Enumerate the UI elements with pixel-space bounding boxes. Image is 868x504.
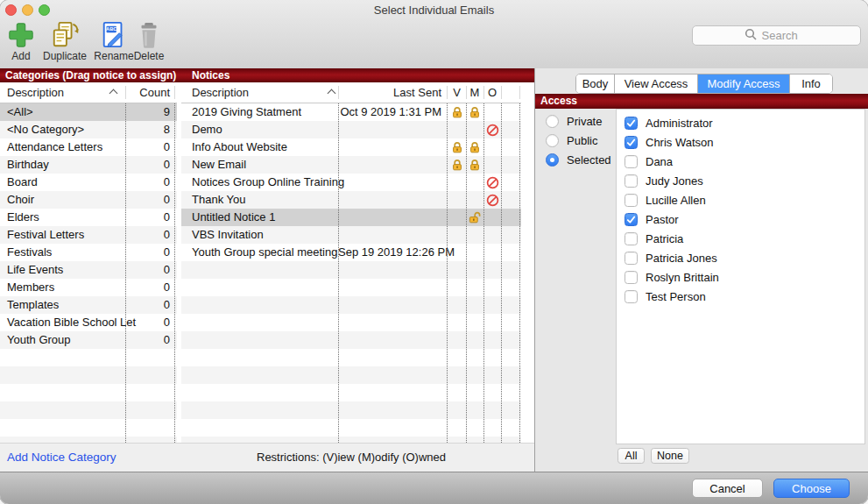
checkbox-icon[interactable] (625, 232, 638, 245)
notice-row[interactable]: Untitled Notice 1 (181, 209, 521, 226)
access-tab[interactable]: Body (576, 75, 614, 93)
add-notice-category-link[interactable]: Add Notice Category (7, 444, 116, 471)
person-name: Chris Watson (646, 136, 714, 149)
checkbox-icon[interactable] (625, 155, 638, 168)
access-section-title: Access (540, 95, 577, 107)
delete-button-label: Delete (128, 50, 170, 62)
checkbox-icon[interactable] (625, 213, 638, 226)
person-row[interactable]: Lucille Allen (617, 190, 864, 209)
notice-row[interactable]: New Email (181, 156, 521, 174)
checkbox-icon[interactable] (625, 194, 638, 207)
notices-header: Notices (192, 68, 229, 82)
category-count: 0 (125, 314, 170, 331)
category-name: Templates (0, 298, 59, 311)
access-tab[interactable]: View Access (614, 75, 697, 93)
category-row[interactable]: Festival Letters 0 (0, 226, 177, 244)
categories-count-column-header[interactable]: Count (125, 82, 170, 103)
person-row[interactable]: Patricia Jones (617, 248, 864, 267)
person-row[interactable]: Administrator (617, 113, 864, 132)
person-row[interactable]: Chris Watson (617, 132, 864, 152)
notice-row[interactable]: Thank You (181, 191, 521, 209)
lock-icon (469, 106, 481, 118)
search-field[interactable] (692, 25, 861, 46)
access-mode-radio[interactable]: Public (546, 131, 611, 150)
person-row[interactable]: Patricia (617, 229, 864, 248)
category-row[interactable]: Attendance Letters 0 (0, 138, 177, 156)
category-row[interactable]: Birthday 0 (0, 156, 177, 174)
owned-restriction-cell (483, 174, 501, 191)
notice-row[interactable]: VBS Invitation (181, 226, 521, 244)
radio-icon[interactable] (546, 134, 559, 147)
notice-row[interactable]: Notices Group Online Training (181, 174, 521, 191)
category-row[interactable]: Life Events 0 (0, 261, 177, 279)
view-column-header[interactable]: V (448, 82, 466, 103)
category-name: <No Category> (0, 123, 84, 136)
category-row[interactable]: Board 0 (0, 174, 177, 191)
notices-scrollbar-track[interactable] (521, 82, 534, 443)
radio-icon[interactable] (546, 115, 559, 128)
checkbox-icon[interactable] (625, 252, 638, 265)
category-count: 0 (125, 191, 170, 209)
modify-restriction-cell (466, 244, 483, 261)
checkmark-icon (625, 117, 637, 129)
checkbox-icon[interactable] (625, 136, 638, 149)
owned-restriction-cell (483, 244, 501, 261)
view-restriction-cell (448, 174, 466, 191)
lock-icon (451, 159, 463, 171)
cancel-button[interactable]: Cancel (692, 479, 763, 498)
category-row[interactable]: <No Category> 8 (0, 121, 177, 138)
categories-description-column-header[interactable]: Description (7, 82, 64, 103)
modify-restriction-cell (466, 138, 483, 156)
people-list: Administrator Chris Watson Dana (616, 109, 865, 444)
category-name: Youth Group (0, 333, 71, 346)
svg-text:ABC: ABC (106, 26, 116, 32)
select-all-button[interactable]: All (617, 448, 645, 464)
checkbox-icon[interactable] (625, 117, 638, 130)
owned-column-header[interactable]: O (483, 82, 501, 103)
access-tabs: Body View Access Modify Access Info (575, 74, 833, 94)
notice-row[interactable]: Info About Website (181, 138, 521, 156)
search-input[interactable] (760, 28, 809, 43)
notice-row[interactable]: Youth Group special meeting Sep 19 2019 … (181, 244, 521, 261)
category-row[interactable]: Templates 0 (0, 296, 177, 314)
modify-restriction-cell (466, 103, 483, 121)
category-count: 9 (125, 103, 170, 121)
choose-button[interactable]: Choose (773, 479, 850, 498)
category-row[interactable]: Vacation Bible School Let 0 (0, 314, 177, 331)
radio-icon[interactable] (546, 153, 559, 167)
delete-button[interactable]: Delete (128, 21, 170, 62)
person-row[interactable]: Roslyn Brittain (617, 267, 864, 287)
access-tab[interactable]: Modify Access (697, 75, 789, 93)
checkbox-icon[interactable] (625, 174, 638, 188)
notice-description: Demo (181, 123, 222, 136)
category-row[interactable]: <All> 9 (0, 103, 177, 121)
person-row[interactable]: Dana (617, 152, 864, 171)
notice-row[interactable]: Demo (181, 121, 521, 138)
checkbox-icon[interactable] (625, 290, 638, 303)
notices-description-column-header[interactable]: Description (192, 82, 249, 103)
access-tab[interactable]: Info (789, 75, 832, 93)
notice-row[interactable]: 2019 Giving Statment Oct 9 2019 1:31 PM (181, 103, 521, 121)
last-sent-column-header[interactable]: Last Sent (338, 82, 441, 103)
category-row[interactable]: Elders 0 (0, 209, 177, 226)
trash-icon (128, 21, 170, 49)
category-row[interactable]: Youth Group 0 (0, 331, 177, 349)
modify-column-header[interactable]: M (466, 82, 483, 103)
duplicate-button[interactable]: Duplicate (39, 21, 91, 62)
category-count: 0 (125, 174, 170, 191)
person-row[interactable]: Judy Jones (617, 171, 864, 190)
duplicate-button-label: Duplicate (39, 50, 91, 62)
person-row[interactable]: Test Person (617, 287, 864, 306)
checkbox-icon[interactable] (625, 271, 638, 284)
select-none-button[interactable]: None (651, 448, 689, 464)
category-row[interactable]: Festivals 0 (0, 244, 177, 261)
category-count: 0 (125, 156, 170, 174)
person-name: Judy Jones (646, 174, 703, 188)
person-row[interactable]: Pastor (617, 209, 864, 229)
add-button[interactable]: Add (2, 21, 40, 62)
category-row[interactable]: Members 0 (0, 279, 177, 296)
category-row[interactable]: Choir 0 (0, 191, 177, 209)
access-mode-radio[interactable]: Private (546, 111, 611, 131)
notice-last-sent: Oct 9 2019 1:31 PM (338, 103, 441, 121)
access-mode-radio[interactable]: Selected (546, 150, 611, 169)
